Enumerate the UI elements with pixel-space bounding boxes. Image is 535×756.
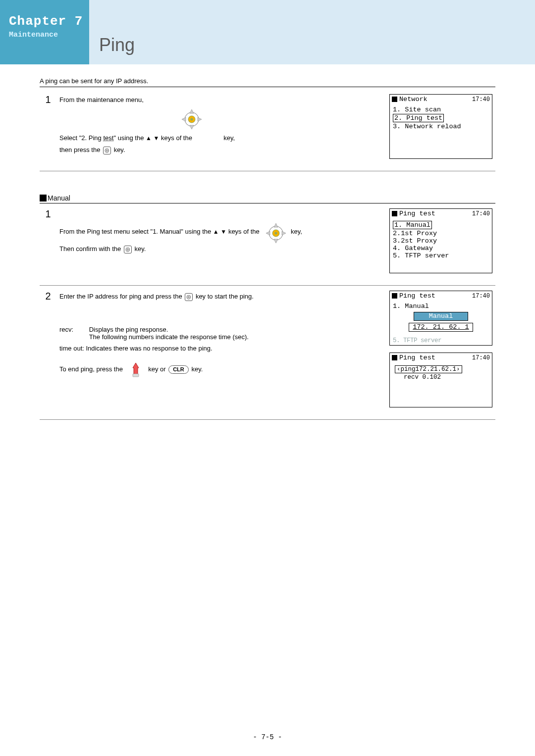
navkey-icon: [180, 107, 204, 131]
recv-definition: recv: Displays the ping response. The fo…: [59, 326, 383, 341]
step-body: Enter the IP address for ping and press …: [56, 286, 386, 420]
step-body: From the maintenance menu,: [56, 89, 386, 171]
end-key-icon: [127, 361, 145, 379]
pingtest-menu-screen: Ping test 17:40 1. Manual 2.1st Proxy 3.…: [389, 208, 492, 273]
screen-marker-icon: [392, 97, 397, 102]
screen-time: 17:40: [472, 293, 490, 300]
clr-key-icon: CLR: [168, 365, 189, 374]
timeout-desc: Indicates there was no response to the p…: [86, 345, 212, 352]
step-row-1: 1 From the maintenance menu,: [40, 89, 495, 171]
screen-time: 17:40: [472, 354, 490, 361]
recv-label: recv:: [59, 326, 87, 333]
screen-title: Ping test: [399, 292, 472, 300]
screen-marker-icon: [392, 293, 397, 299]
screen-title: Ping test: [399, 210, 472, 217]
down-arrow-icon: [154, 132, 160, 145]
ip-entry-box: 172. 21. 62. 1: [409, 323, 473, 332]
page-number: - 7-5 -: [0, 733, 535, 741]
timeout-definition: time out: Indicates there was no respons…: [59, 345, 383, 352]
steps-table-top: 1 From the maintenance menu,: [40, 89, 495, 171]
menu-item-selected: 2. Ping test: [393, 114, 444, 122]
network-screen: Network 17:40 1. Site scan 2. Ping test …: [389, 94, 492, 159]
menu-item: 1. Manual: [393, 302, 429, 310]
step-body: From the Ping test menu select "1. Manua…: [56, 203, 386, 286]
step-number: 2: [40, 286, 56, 420]
menu-item: 2.1st Proxy: [393, 230, 437, 237]
navkey-icon: [264, 221, 286, 243]
manual1-line1: From the Ping test menu select "1. Manua…: [59, 221, 383, 243]
step1-line2: Select "2. Ping test" using the keys of …: [59, 132, 383, 145]
step-screen-cell: Network 17:40 1. Site scan 2. Ping test …: [386, 89, 495, 171]
screen-time: 17:40: [472, 210, 490, 217]
manual-subheader: Manual: [40, 194, 495, 203]
manual-box: Manual: [414, 312, 468, 321]
ping-result-screen: Ping test 17:40 ping172.21.62.1 recv 0.1…: [389, 353, 492, 407]
screen-title: Ping test: [399, 354, 472, 361]
manual2-line: Enter the IP address for ping and press …: [59, 291, 383, 303]
recv-desc: Displays the ping response. The followin…: [89, 326, 383, 341]
step-screen-cell: Ping test 17:40 1. Manual 2.1st Proxy 3.…: [386, 203, 495, 286]
chapter-subtitle: Maintenance: [9, 31, 83, 39]
svg-point-5: [275, 232, 277, 235]
page-header: Chapter 7 Maintenance Ping: [0, 0, 535, 64]
screen-marker-icon: [392, 355, 397, 360]
steps-table-manual: 1 From the Ping test menu select "1. Man…: [40, 203, 495, 420]
enter-key-icon: ◎: [185, 293, 193, 301]
step1-line3: then press the ◎ key.: [59, 144, 383, 156]
chapter-block: Chapter 7 Maintenance: [0, 0, 89, 64]
svg-point-2: [191, 118, 193, 120]
manual-entry-screen: Ping test 17:40 1. Manual Manual 172. 21…: [389, 291, 492, 346]
up-arrow-icon: [146, 132, 152, 145]
screen-title: Network: [399, 96, 472, 103]
down-arrow-icon: [220, 226, 226, 238]
screen-time: 17:40: [472, 96, 490, 103]
step1-line1: From the maintenance menu,: [59, 94, 383, 106]
ghost-row: 5. TFTP server: [393, 337, 441, 344]
menu-item: 5. TFTP server: [393, 252, 449, 259]
menu-item: 4. Gateway: [393, 245, 433, 252]
menu-item-selected: 1. Manual: [393, 221, 432, 229]
recv-line: recv 0.102: [393, 374, 441, 381]
definitions: recv: Displays the ping response. The fo…: [59, 326, 383, 352]
manual-step-row-2: 2 Enter the IP address for ping and pres…: [40, 286, 495, 420]
menu-item: 3.2st Proxy: [393, 237, 437, 245]
manual1-line2: Then confirm with the ◎ key.: [59, 243, 383, 255]
end-ping-line: To end ping, press the key or CLR key.: [59, 361, 383, 379]
square-bullet-icon: [40, 195, 47, 202]
svg-rect-6: [133, 374, 139, 377]
step-number: 1: [40, 203, 56, 286]
screen-marker-icon: [392, 211, 397, 216]
timeout-label: time out:: [59, 345, 84, 352]
enter-key-icon: ◎: [103, 147, 111, 154]
step-screen-cell: Ping test 17:40 1. Manual Manual 172. 21…: [386, 286, 495, 420]
page-title: Ping: [99, 35, 135, 55]
manual-step-row-1: 1 From the Ping test menu select "1. Man…: [40, 203, 495, 286]
menu-item: 3. Network reload: [393, 123, 461, 130]
up-arrow-icon: [213, 226, 219, 238]
menu-item: 1. Site scan: [393, 106, 441, 113]
intro-text: A ping can be sent for any IP address.: [40, 77, 495, 87]
ping-line: ping172.21.62.1: [395, 365, 462, 373]
chapter-number: Chapter 7: [9, 14, 83, 29]
enter-key-icon: ◎: [124, 246, 132, 253]
